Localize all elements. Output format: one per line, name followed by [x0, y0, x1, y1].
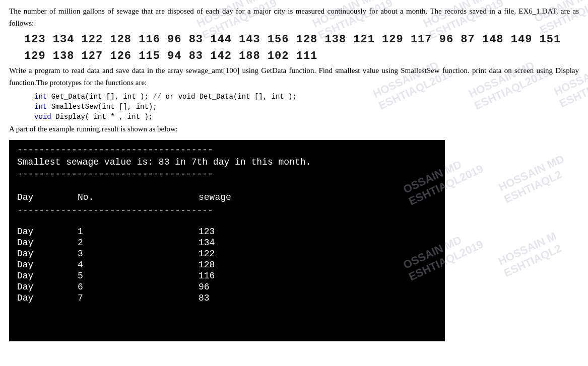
terminal-cell-day: Day — [17, 271, 78, 281]
terminal-data-row: Day3122 — [17, 249, 437, 259]
code-text-3: Display( int * , int ); — [55, 113, 153, 121]
paragraph-3: A part of the example running result is … — [9, 123, 579, 135]
terminal-divider-2: ------------------------------------ — [17, 169, 437, 179]
code-line-1: int Get_Data(int [], int ); // or void D… — [9, 93, 579, 101]
terminal-cell-day: Day — [17, 293, 78, 303]
terminal-rows: Day1123Day2134Day3122Day4128Day5116Day69… — [17, 227, 437, 303]
terminal-cell-no: 7 — [78, 293, 199, 303]
terminal-data-row: Day783 — [17, 293, 437, 303]
terminal-cell-sewage: 96 — [199, 282, 299, 292]
keyword-void: void — [34, 113, 51, 121]
terminal-cell-day: Day — [17, 249, 78, 259]
terminal-cell-sewage: 128 — [199, 260, 299, 270]
code-line-2: int SmallestSew(int [], int); — [9, 103, 579, 111]
terminal-data-row: Day2134 — [17, 238, 437, 248]
col-header-sewage: sewage — [199, 192, 299, 202]
terminal-cell-day: Day — [17, 282, 78, 292]
terminal-box: ------------------------------------ Sma… — [9, 140, 445, 341]
paragraph-2: Write a program to read data and save da… — [9, 64, 579, 89]
terminal-data-row: Day696 — [17, 282, 437, 292]
terminal-cell-day: Day — [17, 238, 78, 248]
terminal-data-row: Day1123 — [17, 227, 437, 237]
terminal-data-row: Day4128 — [17, 260, 437, 270]
data-row-1: 123 134 122 128 116 96 83 144 143 156 12… — [24, 33, 579, 46]
terminal-cell-sewage: 134 — [199, 238, 299, 248]
terminal-cell-sewage: 116 — [199, 271, 299, 281]
terminal-cell-sewage: 83 — [199, 293, 299, 303]
terminal-divider-3: ------------------------------------ — [17, 205, 437, 215]
code-text-2: SmallestSew(int [], int); — [51, 103, 157, 111]
data-row-2: 129 138 127 126 115 94 83 142 188 102 11… — [24, 50, 579, 62]
col-header-no: No. — [78, 192, 199, 202]
terminal-cell-no: 1 — [78, 227, 199, 237]
paragraph-1: The number of million gallons of sewage … — [9, 5, 579, 29]
code-line-3: void Display( int * , int ); — [9, 113, 579, 121]
watermark-11: HOSSAIN MESHTIAQL2 — [496, 230, 564, 280]
terminal-divider-1: ------------------------------------ — [17, 145, 437, 155]
terminal-cell-no: 2 — [78, 238, 199, 248]
keyword-int-1: int — [34, 93, 47, 101]
terminal-cell-sewage: 123 — [199, 227, 299, 237]
terminal-cell-no: 3 — [78, 249, 199, 259]
terminal-cell-no: 5 — [78, 271, 199, 281]
watermark-9: HOSSAIN MDESHTIAQL2 — [496, 153, 572, 206]
terminal-cell-day: Day — [17, 260, 78, 270]
terminal-cell-no: 6 — [78, 282, 199, 292]
col-header-day: Day — [17, 192, 78, 202]
keyword-int-2: int — [34, 103, 47, 111]
terminal-data-row: Day5116 — [17, 271, 437, 281]
code-text-1: Get_Data(int [], int ); // or void Det_D… — [51, 93, 297, 101]
terminal-cell-sewage: 122 — [199, 249, 299, 259]
terminal-cell-no: 4 — [78, 260, 199, 270]
terminal-cell-day: Day — [17, 227, 78, 237]
smallest-sewage-line: Smallest sewage value is: 83 in 7th day … — [17, 157, 437, 167]
terminal-header: Day No. sewage — [17, 192, 437, 202]
page-container: HOSSAIN MDESHTIAQL2019 HOSSAIN MDESHTIAQ… — [0, 0, 588, 346]
